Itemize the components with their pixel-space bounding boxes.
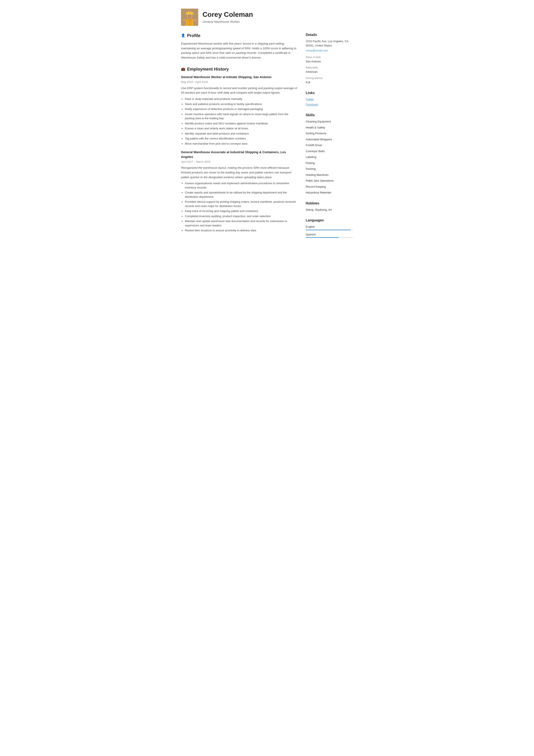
skill-item: Packing <box>306 167 353 171</box>
skill-item: Health & Safety <box>306 125 353 130</box>
avatar <box>181 9 198 26</box>
nationality-value: American <box>306 70 353 74</box>
skills-list: Cleaning EquipmentHealth & SafetySorting… <box>306 120 353 195</box>
driving-value: Full <box>306 80 353 85</box>
skills-section: Skills Cleaning EquipmentHealth & Safety… <box>306 113 353 195</box>
profile-text: Experienced Warehouse worker with five y… <box>181 41 297 60</box>
details-email[interactable]: corey@email.com <box>306 48 353 53</box>
main-layout: Profile Experienced Warehouse worker wit… <box>181 32 353 244</box>
job-1-title: General Warehouse Worker at Intinate Shi… <box>181 75 297 80</box>
bullet-item: Assess organizational needs and implemen… <box>185 181 297 190</box>
skill-item: Conveyor Belts <box>306 149 353 153</box>
candidate-name: Corey Coleman <box>202 10 253 18</box>
bullet-item: Notify supervisors of defective products… <box>185 107 297 111</box>
languages-section: Languages EnglishSpanish <box>306 218 353 238</box>
links-list: TwitterFacebook <box>306 97 353 107</box>
skill-item: Cleaning Equipment <box>306 120 353 124</box>
skill-item: Forklift Driver <box>306 143 353 148</box>
skill-item: Sorting Products <box>306 131 353 136</box>
svg-rect-10 <box>183 19 186 21</box>
details-section: Details 1515 Pacific Ave, Los Angeles, C… <box>306 32 353 84</box>
bullet-item: Pack or wrap materials and products manu… <box>185 97 297 101</box>
language-name: Spanish <box>306 232 353 237</box>
hobbies-title: Hobbies <box>306 201 353 206</box>
job-2-title: General Warehouse Associate at Industria… <box>181 150 297 159</box>
resume-header: Corey Coleman General Warehouse Worker <box>181 9 353 26</box>
svg-point-4 <box>187 14 192 19</box>
candidate-title: General Warehouse Worker <box>202 19 253 24</box>
employment-section-title: Employment History <box>181 66 297 72</box>
skill-item: Labeling <box>306 155 353 159</box>
bullet-item: Assist machine operators with hand signa… <box>185 112 297 121</box>
skill-item: Record Keeping <box>306 185 353 189</box>
svg-point-5 <box>188 15 189 16</box>
job-1: General Warehouse Worker at Intinate Shi… <box>181 75 297 146</box>
link-item[interactable]: Twitter <box>306 97 353 101</box>
language-item: Spanish <box>306 232 353 238</box>
svg-point-6 <box>190 15 191 16</box>
svg-rect-11 <box>193 19 196 21</box>
details-address: 1515 Pacific Ave, Los Angeles, CA 90291,… <box>306 39 353 47</box>
skill-item: Hoisting Machines <box>306 173 353 177</box>
job-2-description: Reorganized the warehouse layout, making… <box>181 166 297 179</box>
employment-icon <box>181 67 185 72</box>
bullet-item: Keep track of incoming and outgoing pall… <box>185 209 297 213</box>
driving-label: Driving license <box>306 76 353 80</box>
job-2-bullets: Assess organizational needs and implemen… <box>181 181 297 233</box>
bullet-item: Move merchandise from pick slot to conve… <box>185 142 297 146</box>
skill-item: Pallet Jack Operations <box>306 178 353 183</box>
links-title: Links <box>306 91 353 95</box>
left-column: Profile Experienced Warehouse worker wit… <box>181 32 297 244</box>
languages-title: Languages <box>306 218 353 223</box>
skill-item: Automated Wrappers <box>306 137 353 142</box>
profile-section-title: Profile <box>181 32 297 39</box>
bullet-item: Stack and palletize products according t… <box>185 102 297 106</box>
profile-icon <box>181 33 185 38</box>
bullet-item: Review item locations to ensure proximit… <box>185 228 297 233</box>
svg-rect-8 <box>186 19 187 26</box>
job-1-description: Use ERP system functionality to record a… <box>181 86 297 95</box>
hobbies-section: Hobbies Skiing, Skydiving, Art <box>306 201 353 212</box>
resume-page: Corey Coleman General Warehouse Worker P… <box>170 0 364 253</box>
bullet-item: Maintain and update warehouse task docum… <box>185 219 297 228</box>
bullet-item: Provided clerical support by printing sh… <box>185 200 297 208</box>
place-of-birth-value: San Antonio <box>306 59 353 64</box>
language-bar-background <box>306 237 353 238</box>
languages-list: EnglishSpanish <box>306 225 353 238</box>
job-2-dates: April 2017 – March 2018 <box>181 160 297 164</box>
bullet-item: Identify, separate and label products an… <box>185 131 297 136</box>
language-name: English <box>306 225 353 229</box>
details-title: Details <box>306 32 353 38</box>
language-bar-fill <box>306 230 351 230</box>
bullet-item: Completed inventory auditing, product in… <box>185 214 297 218</box>
employment-section: Employment History General Warehouse Wor… <box>181 66 297 232</box>
language-bar-fill <box>306 237 339 238</box>
link-item[interactable]: Facebook <box>306 102 353 107</box>
skill-item: Hazardous Materials <box>306 190 353 195</box>
bullet-item: Identify product codes and SKU numbers a… <box>185 122 297 126</box>
job-1-dates: May 2018 – April 2019 <box>181 80 297 84</box>
skills-title: Skills <box>306 113 353 118</box>
place-of-birth-label: Place of birth <box>306 55 353 59</box>
language-bar-background <box>306 230 353 230</box>
profile-section: Profile Experienced Warehouse worker wit… <box>181 32 297 60</box>
svg-rect-9 <box>192 19 193 26</box>
right-column: Details 1515 Pacific Ave, Los Angeles, C… <box>306 32 353 244</box>
job-1-bullets: Pack or wrap materials and products manu… <box>181 97 297 146</box>
job-2: General Warehouse Associate at Industria… <box>181 150 297 233</box>
nationality-label: Nationality <box>306 66 353 69</box>
hobbies-text: Skiing, Skydiving, Art <box>306 208 353 212</box>
bullet-item: Ensure a clean and orderly work station … <box>185 126 297 131</box>
skill-item: Picking <box>306 161 353 165</box>
bullet-item: Tag pallets with the correct identificat… <box>185 136 297 141</box>
bullet-item: Create reports and spreadsheets to be ut… <box>185 190 297 199</box>
language-item: English <box>306 225 353 230</box>
header-text: Corey Coleman General Warehouse Worker <box>202 10 253 24</box>
links-section: Links TwitterFacebook <box>306 91 353 107</box>
